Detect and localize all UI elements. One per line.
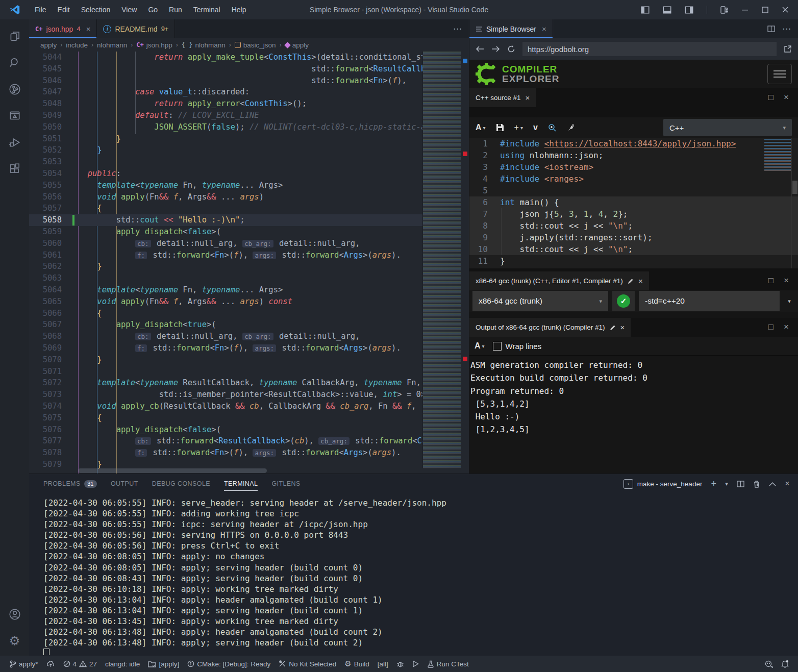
test-explorer-icon[interactable]	[3, 104, 27, 128]
tab-debug-console[interactable]: DEBUG CONSOLE	[152, 474, 210, 493]
breadcrumb-item[interactable]: basic_json	[243, 41, 276, 49]
maximize-button[interactable]	[762, 7, 768, 13]
add-pane-button[interactable]: +▾	[514, 123, 523, 132]
back-icon[interactable]	[476, 45, 484, 53]
breadcrumb-item[interactable]: apply	[40, 41, 57, 49]
ce-scrollbar[interactable]	[791, 138, 798, 268]
ce-source-editor[interactable]: 1#include <https://localhost:8443/apply/…	[469, 138, 798, 268]
close-pane-icon[interactable]: ×	[526, 93, 530, 102]
tab-output[interactable]: OUTPUT	[111, 474, 138, 493]
horizontal-scrollbar[interactable]	[78, 468, 267, 473]
maximize-panel-icon[interactable]	[769, 482, 776, 486]
more-actions-icon[interactable]: ⋯	[782, 23, 791, 34]
rename-pane-icon[interactable]	[628, 278, 634, 284]
tab-terminal[interactable]: TERMINAL	[224, 474, 258, 493]
source-control-icon[interactable]	[3, 78, 27, 101]
terminal-output[interactable]: [2022-04-30 06:05:55] INFO: serve_header…	[43, 497, 794, 655]
minimap[interactable]	[422, 52, 461, 468]
tab-gitlens[interactable]: GITLENS	[271, 474, 300, 493]
terminal-dropdown-icon[interactable]: ▾	[725, 481, 728, 487]
quick-bench-icon[interactable]	[567, 123, 576, 132]
explorer-icon[interactable]	[3, 24, 27, 48]
open-external-icon[interactable]	[784, 45, 792, 53]
account-icon[interactable]	[3, 603, 27, 626]
font-size-button[interactable]: A▾	[476, 123, 486, 132]
settings-gear-icon[interactable]: ⚙	[3, 629, 27, 653]
breadcrumb-item[interactable]: include	[66, 41, 88, 49]
options-dropdown-icon[interactable]: ▾	[784, 298, 795, 305]
build-target-item[interactable]: [all]	[373, 660, 392, 668]
save-icon[interactable]	[496, 123, 504, 132]
problems-item[interactable]: 4 27	[59, 660, 102, 668]
tab-json-hpp[interactable]: C+ json.hpp 4 ×	[29, 19, 97, 38]
layout-panel-icon[interactable]	[663, 6, 671, 14]
url-input[interactable]: https://godbolt.org	[522, 42, 777, 56]
close-pane-icon[interactable]: ×	[784, 276, 789, 286]
extensions-icon[interactable]	[3, 157, 27, 181]
menu-terminal[interactable]: Terminal	[188, 0, 226, 19]
kill-terminal-icon[interactable]	[753, 480, 760, 488]
code-editor[interactable]: 5044 return apply_make_tuple<ConstThis>(…	[29, 52, 469, 474]
maximize-pane-icon[interactable]: □	[768, 276, 774, 286]
font-size-button[interactable]: A▾	[475, 341, 485, 351]
minimize-button[interactable]	[741, 6, 749, 13]
maximize-pane-icon[interactable]: □	[768, 92, 774, 103]
run-debug-icon[interactable]	[3, 131, 27, 154]
menu-file[interactable]: File	[29, 0, 52, 19]
tab-problems[interactable]: PROBLEMS 31	[43, 474, 97, 493]
breadcrumb-item[interactable]: json.hpp	[146, 41, 172, 49]
cmake-folder-item[interactable]: [apply]	[144, 660, 183, 668]
terminal-selector[interactable]: › make - serve_header	[624, 479, 703, 489]
overview-ruler[interactable]	[461, 52, 469, 474]
build-button[interactable]: ⚙ Build	[340, 659, 373, 668]
compiler-pane-tab[interactable]: x86-64 gcc (trunk) (C++, Editor #1, Comp…	[469, 271, 649, 290]
output-pane-tab[interactable]: Output of x86-64 gcc (trunk) (Compiler #…	[469, 318, 631, 337]
close-pane-icon[interactable]: ×	[784, 322, 789, 332]
git-branch-item[interactable]: apply*	[5, 660, 42, 668]
tab-simple-browser[interactable]: Simple Browser ×	[469, 19, 553, 38]
split-editor-icon[interactable]	[767, 26, 775, 32]
new-terminal-icon[interactable]: +	[711, 479, 716, 489]
compiler-options-input[interactable]: -std=c++20	[639, 291, 780, 311]
rename-pane-icon[interactable]	[610, 325, 616, 331]
zoom-icon[interactable]	[548, 123, 557, 132]
kit-item[interactable]: No Kit Selected	[275, 660, 340, 668]
clangd-status-item[interactable]: clangd: idle	[101, 660, 144, 668]
menu-selection[interactable]: Selection	[76, 0, 116, 19]
layout-sidebar-left-icon[interactable]	[641, 6, 650, 14]
close-pane-icon[interactable]: ×	[784, 92, 789, 103]
feedback-item[interactable]	[761, 660, 777, 668]
ctest-button[interactable]: Run CTest	[423, 660, 473, 668]
forward-icon[interactable]	[491, 45, 500, 53]
wrap-lines-checkbox[interactable]	[493, 342, 502, 351]
publish-item[interactable]	[42, 660, 59, 667]
menu-help[interactable]: Help	[226, 0, 252, 19]
notifications-item[interactable]	[777, 660, 793, 668]
language-dropdown[interactable]: C++▾	[663, 119, 792, 136]
source-pane-tab[interactable]: C++ source #1 ×	[469, 88, 536, 107]
hamburger-menu-button[interactable]	[767, 64, 792, 84]
close-pane-icon[interactable]: ×	[638, 277, 643, 285]
launch-target-button[interactable]	[408, 660, 423, 667]
maximize-pane-icon[interactable]: □	[768, 322, 774, 332]
customize-layout-icon[interactable]	[720, 6, 728, 14]
close-tab-icon[interactable]: ×	[542, 24, 546, 33]
debug-target-button[interactable]	[392, 660, 408, 668]
close-pane-icon[interactable]: ×	[620, 323, 625, 332]
tab-readme-md[interactable]: i README.md 9+	[97, 19, 175, 38]
reload-icon[interactable]	[507, 45, 515, 53]
close-tab-icon[interactable]: ×	[86, 24, 91, 33]
cmake-status-item[interactable]: CMake: [Debug]: Ready	[183, 660, 275, 668]
close-panel-icon[interactable]: ×	[785, 479, 790, 488]
vim-toggle-button[interactable]: v	[533, 123, 538, 132]
compiler-select[interactable]: x86-64 gcc (trunk)▾	[472, 291, 608, 311]
search-icon[interactable]	[3, 51, 27, 74]
layout-sidebar-right-icon[interactable]	[685, 6, 693, 14]
compiler-output[interactable]: ASM generation compiler returned: 0Execu…	[469, 356, 798, 474]
close-window-button[interactable]	[782, 6, 789, 13]
breadcrumb-item[interactable]: nlohmann	[195, 41, 226, 49]
breadcrumb-item[interactable]: apply	[292, 41, 309, 49]
menu-run[interactable]: Run	[163, 0, 188, 19]
more-actions-icon[interactable]: ⋯	[453, 23, 462, 34]
menu-go[interactable]: Go	[142, 0, 163, 19]
